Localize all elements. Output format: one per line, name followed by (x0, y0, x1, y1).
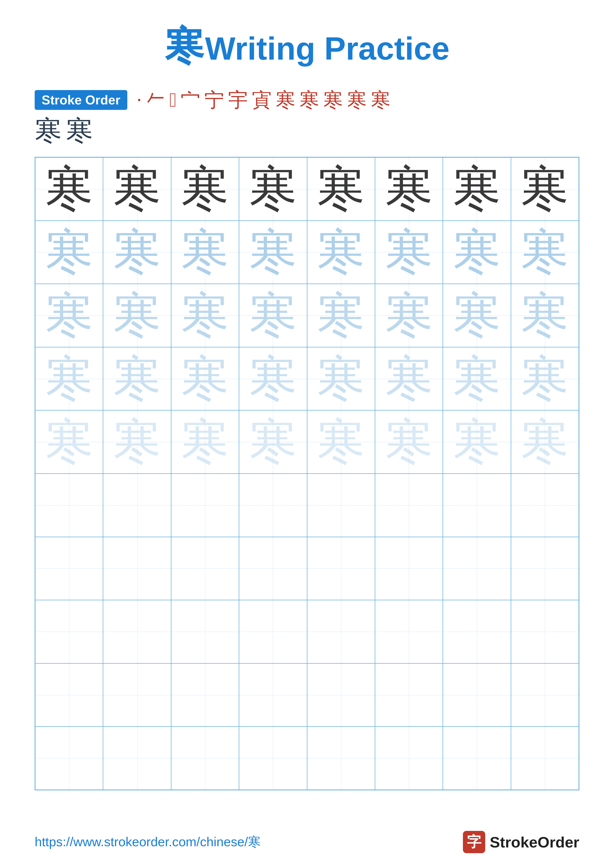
grid-cell[interactable] (307, 663, 375, 727)
grid-cell[interactable]: 寒 (443, 157, 511, 221)
grid-cell[interactable] (443, 727, 511, 790)
stroke-9: 寒 (300, 88, 319, 112)
grid-cell[interactable] (511, 727, 579, 790)
title-text: Writing Practice (205, 31, 449, 67)
title-chinese-char: 寒 (165, 24, 204, 68)
footer-url[interactable]: https://www.strokeorder.com/chinese/寒 (35, 833, 261, 851)
grid-cell[interactable]: 寒 (239, 410, 307, 474)
grid-cell[interactable] (239, 727, 307, 790)
grid-cell[interactable] (171, 600, 239, 663)
grid-cell[interactable]: 寒 (103, 410, 171, 474)
grid-cell[interactable] (103, 537, 171, 600)
grid-cell[interactable]: 寒 (239, 347, 307, 411)
grid-cell[interactable] (511, 474, 579, 537)
practice-char: 寒 (385, 221, 433, 284)
grid-cell[interactable]: 寒 (511, 157, 579, 221)
footer-logo-text: StrokeOrder (490, 833, 579, 851)
grid-cell[interactable] (35, 600, 103, 663)
grid-cell[interactable] (443, 537, 511, 600)
grid-cell[interactable] (375, 600, 443, 663)
grid-cell[interactable] (103, 474, 171, 537)
grid-cell[interactable]: 寒 (171, 347, 239, 411)
grid-cell[interactable]: 寒 (307, 221, 375, 284)
stroke-full-1: 寒 (35, 114, 62, 147)
grid-cell[interactable] (375, 537, 443, 600)
grid-cell[interactable]: 寒 (375, 157, 443, 221)
grid-cell[interactable]: 寒 (35, 410, 103, 474)
grid-cell[interactable] (375, 663, 443, 727)
grid-cell[interactable]: 寒 (511, 347, 579, 411)
grid-cell[interactable]: 寒 (443, 284, 511, 347)
grid-cell[interactable] (511, 600, 579, 663)
grid-cell[interactable] (307, 727, 375, 790)
footer-logo-char: 字 (467, 832, 481, 852)
grid-cell[interactable] (103, 663, 171, 727)
grid-cell[interactable]: 寒 (35, 221, 103, 284)
grid-cell[interactable] (511, 663, 579, 727)
grid-cell[interactable]: 寒 (171, 157, 239, 221)
grid-cell[interactable]: 寒 (511, 284, 579, 347)
grid-cell[interactable]: 寒 (443, 410, 511, 474)
grid-cell[interactable]: 寒 (375, 410, 443, 474)
grid-cell[interactable]: 寒 (103, 221, 171, 284)
grid-cell[interactable] (443, 663, 511, 727)
grid-cell[interactable]: 寒 (239, 157, 307, 221)
grid-cell[interactable]: 寒 (307, 347, 375, 411)
grid-cell[interactable] (103, 727, 171, 790)
practice-char: 寒 (385, 157, 433, 221)
grid-cell[interactable] (443, 474, 511, 537)
stroke-4: 宀 (180, 88, 201, 112)
grid-cell[interactable]: 寒 (307, 284, 375, 347)
grid-cell[interactable]: 寒 (103, 347, 171, 411)
grid-cell[interactable]: 寒 (171, 410, 239, 474)
grid-cell[interactable] (239, 663, 307, 727)
practice-char: 寒 (453, 221, 501, 284)
grid-cell[interactable] (375, 727, 443, 790)
grid-cell[interactable]: 寒 (35, 157, 103, 221)
grid-cell[interactable]: 寒 (375, 284, 443, 347)
grid-cell[interactable] (35, 727, 103, 790)
footer-logo: 字 StrokeOrder (463, 831, 579, 853)
practice-char: 寒 (181, 347, 229, 411)
grid-cell[interactable] (171, 727, 239, 790)
grid-cell[interactable] (511, 537, 579, 600)
grid-cell[interactable]: 寒 (443, 347, 511, 411)
grid-cell[interactable]: 寒 (35, 284, 103, 347)
grid-cell[interactable] (239, 537, 307, 600)
grid-cell[interactable]: 寒 (375, 221, 443, 284)
grid-cell[interactable]: 寒 (103, 157, 171, 221)
grid-cell[interactable] (35, 474, 103, 537)
grid-cell[interactable] (443, 600, 511, 663)
grid-cell[interactable]: 寒 (35, 347, 103, 411)
grid-cell[interactable] (171, 537, 239, 600)
grid-cell[interactable]: 寒 (239, 221, 307, 284)
grid-cell[interactable] (35, 537, 103, 600)
practice-char: 寒 (317, 157, 365, 221)
grid-cell[interactable]: 寒 (103, 284, 171, 347)
grid-cell[interactable] (35, 663, 103, 727)
grid-cell[interactable]: 寒 (375, 347, 443, 411)
grid-cell[interactable]: 寒 (171, 284, 239, 347)
grid-cell[interactable] (171, 663, 239, 727)
grid-cell[interactable]: 寒 (307, 410, 375, 474)
grid-cell[interactable] (307, 474, 375, 537)
grid-cell[interactable]: 寒 (239, 284, 307, 347)
grid-cell[interactable] (171, 474, 239, 537)
grid-cell[interactable] (239, 600, 307, 663)
grid-cell[interactable]: 寒 (307, 157, 375, 221)
grid-cell[interactable] (375, 474, 443, 537)
practice-char: 寒 (249, 157, 297, 221)
practice-char: 寒 (453, 284, 501, 347)
title-section: 寒 Writing Practice (35, 20, 579, 73)
grid-cell[interactable]: 寒 (443, 221, 511, 284)
grid-cell[interactable] (307, 600, 375, 663)
grid-cell[interactable]: 寒 (511, 410, 579, 474)
page: 寒 Writing Practice Stroke Order · 𠂉 𠂇 宀 … (0, 0, 614, 868)
footer: https://www.strokeorder.com/chinese/寒 字 … (35, 831, 579, 853)
grid-cell[interactable]: 寒 (511, 221, 579, 284)
practice-char: 寒 (45, 347, 93, 411)
grid-cell[interactable]: 寒 (171, 221, 239, 284)
grid-cell[interactable] (307, 537, 375, 600)
grid-cell[interactable] (239, 474, 307, 537)
grid-cell[interactable] (103, 600, 171, 663)
